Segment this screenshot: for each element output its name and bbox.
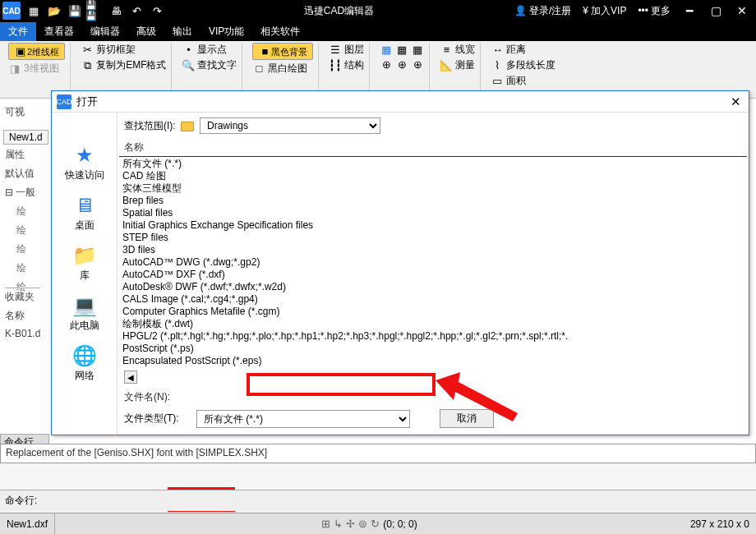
bgwhite-button[interactable]: 黑白绘图 bbox=[268, 62, 307, 76]
wire3d-button[interactable]: 3维视图 bbox=[24, 62, 59, 76]
bgblack-button[interactable]: ■黑色背景 bbox=[252, 43, 313, 60]
layers-icon: ☰ bbox=[329, 44, 342, 57]
grid-icon: ▦ bbox=[380, 43, 393, 56]
filetype-item[interactable]: Computer Graphics Metafile (*.cgm) bbox=[122, 306, 744, 318]
login-button[interactable]: 👤登录/注册 bbox=[511, 4, 574, 18]
tab-vip[interactable]: VIP功能 bbox=[201, 22, 252, 41]
open-dialog: CAD 打开 ✕ ★快速访问 🖥桌面 📁库 💻此电脑 🌐网络 查找范围(I): … bbox=[51, 90, 749, 435]
filetype-item[interactable]: AutoCAD™ DXF (*.dxf) bbox=[122, 269, 744, 281]
save-icon[interactable]: 💾 bbox=[65, 2, 85, 20]
desktop-icon: 🖥 bbox=[75, 194, 94, 217]
dialog-close-icon[interactable]: ✕ bbox=[727, 94, 744, 109]
dist-button[interactable]: 距离 bbox=[506, 43, 526, 57]
filetype-listbox[interactable]: 所有文件 (*.*)CAD 绘图实体三维模型Brep filesSpatial … bbox=[119, 156, 747, 371]
star-icon: ★ bbox=[76, 144, 94, 167]
place-lib[interactable]: 📁库 bbox=[72, 244, 97, 283]
dialog-title-bar: CAD 打开 ✕ bbox=[52, 91, 749, 113]
pc-icon: 💻 bbox=[72, 294, 97, 317]
filetype-select[interactable]: 所有文件 (*.*) bbox=[196, 410, 410, 428]
filetype-item[interactable]: HPGL/2 (*.plt;*.hgl;*.hg;*.hpg;*.plo;*.h… bbox=[122, 330, 744, 343]
seglen-icon: ⌇ bbox=[491, 59, 504, 72]
filetype-item[interactable]: AutoCAD™ DWG (*.dwg;*.gp2) bbox=[122, 256, 744, 269]
filetype-item[interactable]: Brep files bbox=[122, 195, 744, 207]
helpers-icon: ⊕ bbox=[380, 58, 393, 71]
blackbg-icon: ■ bbox=[258, 44, 271, 58]
app-title: 迅捷CAD编辑器 bbox=[167, 4, 511, 18]
wire2d-button[interactable]: ▣2维线框 bbox=[8, 43, 65, 60]
filetype-item[interactable]: 绘制模板 (*.dwt) bbox=[122, 318, 744, 330]
place-net[interactable]: 🌐网络 bbox=[72, 344, 97, 383]
filetype-item[interactable]: 实体三维模型 bbox=[122, 182, 744, 195]
new-icon[interactable]: ▦ bbox=[24, 2, 44, 20]
filetype-item[interactable]: STEP files bbox=[122, 232, 744, 244]
qat: CAD ▦ 📂 💾 💾💾 🖶 ↶ ↷ bbox=[0, 2, 167, 20]
copyemf-button[interactable]: 复制为EMF格式 bbox=[96, 58, 166, 72]
place-quick[interactable]: ★快速访问 bbox=[65, 144, 104, 182]
close-icon[interactable]: ✕ bbox=[731, 0, 753, 21]
scroll-left-icon[interactable]: ◀ bbox=[124, 371, 137, 384]
print-icon[interactable]: 🖶 bbox=[106, 2, 126, 20]
polar-icon[interactable]: ✢ bbox=[346, 518, 355, 530]
open-icon[interactable]: 📂 bbox=[44, 2, 64, 20]
point-icon: • bbox=[182, 44, 195, 57]
disp-button[interactable]: 显示点 bbox=[197, 43, 227, 57]
redo-icon[interactable]: ↷ bbox=[147, 2, 167, 20]
filetype-item[interactable]: CAD 绘图 bbox=[122, 170, 744, 182]
filetype-item[interactable]: Initial Graphics Exchange Specification … bbox=[122, 219, 744, 232]
column-header[interactable]: 名称 bbox=[118, 139, 749, 156]
seglen-button[interactable]: 多段线长度 bbox=[506, 58, 555, 72]
vip-button[interactable]: ¥加入VIP bbox=[579, 4, 629, 18]
status-file: New1.dxf bbox=[0, 513, 55, 534]
status-coords: (0; 0; 0) bbox=[383, 518, 417, 530]
more-button[interactable]: •••更多 bbox=[634, 4, 674, 18]
tab-advanced[interactable]: 高级 bbox=[128, 22, 164, 41]
command-line[interactable]: 命令行: bbox=[0, 490, 756, 511]
measure-icon: 📐 bbox=[440, 59, 453, 72]
saveall-icon[interactable]: 💾💾 bbox=[85, 2, 105, 20]
tab-editor[interactable]: 编辑器 bbox=[82, 22, 128, 41]
filetype-item[interactable]: 3D files bbox=[122, 244, 744, 256]
area-button[interactable]: 面积 bbox=[506, 74, 526, 88]
folder-icon bbox=[181, 122, 194, 131]
filetype-item[interactable]: Encapsulated PostScript (*.eps) bbox=[122, 355, 744, 367]
layers-button[interactable]: 图层 bbox=[344, 43, 364, 57]
struct-button[interactable]: 结构 bbox=[344, 58, 364, 72]
undo-icon[interactable]: ↶ bbox=[127, 2, 146, 20]
filetype-item[interactable]: CALS Image (*.cal;*.cg4;*.gp4) bbox=[122, 293, 744, 306]
copy-icon: ⧉ bbox=[81, 59, 94, 72]
ortho-icon[interactable]: ↳ bbox=[334, 518, 343, 530]
file-tab[interactable]: New1.d bbox=[3, 130, 48, 145]
tab-output[interactable]: 输出 bbox=[164, 22, 201, 41]
tab-related[interactable]: 相关软件 bbox=[252, 22, 308, 41]
maximize-icon[interactable]: ▢ bbox=[705, 0, 726, 21]
tab-file[interactable]: 文件 bbox=[0, 22, 36, 41]
status-dims: 297 x 210 x 0 bbox=[684, 513, 756, 534]
place-pc[interactable]: 💻此电脑 bbox=[70, 294, 99, 333]
findtext-button[interactable]: 查找文字 bbox=[197, 58, 237, 72]
measure-button[interactable]: 测量 bbox=[455, 58, 475, 72]
clip-button[interactable]: 剪切框架 bbox=[96, 43, 136, 57]
lw-button[interactable]: 线宽 bbox=[455, 43, 475, 57]
dist-icon: ↔ bbox=[491, 44, 504, 57]
snap-icon[interactable]: ⊞ bbox=[321, 518, 330, 530]
cancel-button[interactable]: 取消 bbox=[440, 409, 494, 428]
filetype-item[interactable]: PostScript (*.ps) bbox=[122, 343, 744, 355]
cube3d-icon: ◨ bbox=[8, 62, 21, 75]
cube-icon: ▣ bbox=[14, 44, 27, 58]
place-desktop[interactable]: 🖥桌面 bbox=[75, 194, 94, 232]
scissors-icon: ✂ bbox=[81, 44, 94, 57]
osnap-icon[interactable]: ⊚ bbox=[358, 518, 367, 530]
app-logo: CAD bbox=[2, 2, 21, 20]
lib-icon: 📁 bbox=[72, 244, 97, 267]
lw-icon: ≡ bbox=[440, 44, 453, 57]
filetype-item[interactable]: 所有文件 (*.*) bbox=[122, 158, 744, 170]
filetype-item[interactable] bbox=[122, 367, 744, 371]
filetype-item[interactable]: Spatial files bbox=[122, 207, 744, 219]
lookin-select[interactable]: Drawings bbox=[200, 117, 380, 134]
refresh-icon[interactable]: ↻ bbox=[371, 518, 380, 530]
minimize-icon[interactable]: ━ bbox=[679, 0, 700, 21]
status-bar: New1.dxf ⊞ ↳ ✢ ⊚ ↻ (0; 0; 0) 297 x 210 x… bbox=[0, 513, 756, 534]
tab-viewer[interactable]: 查看器 bbox=[36, 22, 82, 41]
filetype-item[interactable]: AutoDesk® DWF (*.dwf;*.dwfx;*.w2d) bbox=[122, 281, 744, 293]
side-panels: 可视 bbox=[5, 105, 25, 124]
